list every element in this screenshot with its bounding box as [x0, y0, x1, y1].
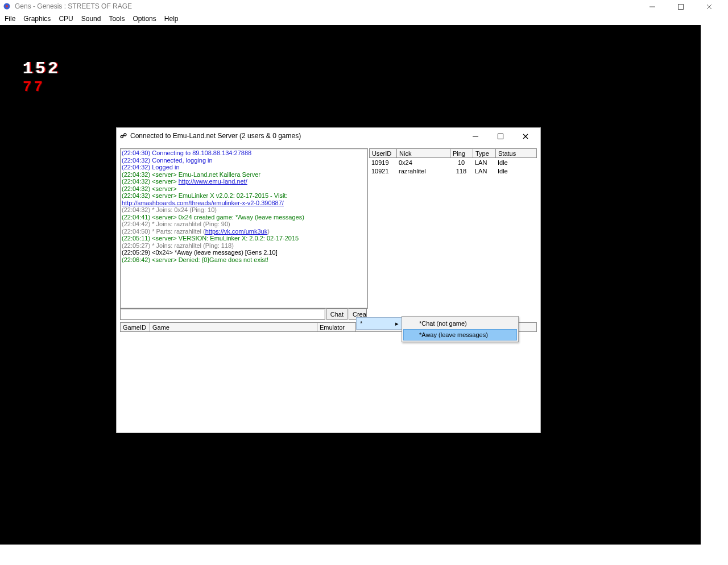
chevron-right-icon: ▸ [395, 320, 399, 327]
header-game[interactable]: Game [150, 322, 317, 332]
log-line: (22:06:42) <server> Denied: {0}Game does… [122, 256, 366, 264]
svg-point-1 [6, 5, 8, 7]
context-menu-item[interactable]: *Away (leave messages) [403, 329, 517, 340]
user-table: UserID Nick Ping Type Status 109190x2410… [369, 148, 537, 319]
log-line: (22:04:32) <server> Emu-Land.net Kailler… [122, 171, 366, 178]
user-row[interactable]: 109190x2410LANIdle [369, 158, 537, 167]
svg-rect-3 [679, 5, 684, 10]
hud-lives: 77 [23, 78, 60, 95]
menu-graphics[interactable]: Graphics [23, 15, 51, 23]
menubar: File Graphics CPU Sound Tools Options He… [0, 13, 728, 25]
app-icon [2, 2, 11, 11]
context-menu-root[interactable]: * ▸ [356, 317, 403, 330]
chat-button[interactable]: Chat [326, 309, 348, 320]
menu-cpu[interactable]: CPU [59, 15, 73, 23]
chat-input[interactable] [120, 309, 325, 320]
dialog-maximize-button[interactable] [488, 130, 513, 143]
menu-help[interactable]: Help [164, 15, 179, 23]
log-line: (22:04:32) Logged in [122, 164, 366, 171]
log-line: (22:04:50) * Parts: razrahlitel (https:/… [122, 228, 366, 235]
header-ping[interactable]: Ping [450, 148, 473, 158]
minimize-button[interactable] [644, 1, 661, 13]
log-line: (22:04:32) <server> EmuLinker X v2.0.2: … [122, 192, 366, 200]
svg-rect-7 [498, 134, 503, 139]
header-gameid[interactable]: GameID [120, 322, 150, 332]
close-button[interactable] [701, 1, 718, 13]
log-line: (22:04:41) <server> 0x24 created game: *… [122, 214, 366, 221]
log-line: (22:04:30) Connecting to 89.108.88.134:2… [122, 149, 366, 157]
log-line: (22:04:32) * Joins: 0x24 (Ping: 10) [122, 206, 366, 214]
dialog-close-button[interactable] [513, 130, 538, 143]
header-emulator[interactable]: Emulator [317, 322, 355, 332]
dialog-title: Connected to Emu-Land.net Server (2 user… [130, 132, 301, 140]
log-line: http://smashboards.com/threads/emulinker… [122, 200, 366, 207]
context-menu-root-label: * [360, 320, 362, 327]
kaillera-dialog: ☍ Connected to Emu-Land.net Server (2 us… [116, 127, 541, 433]
link-icon: ☍ [120, 132, 127, 140]
log-link[interactable]: http://www.emu-land.net/ [179, 178, 247, 185]
context-submenu: *Chat (not game)*Away (leave messages) [402, 316, 519, 342]
log-line: (22:04:32) <server> http://www.emu-land.… [122, 178, 366, 185]
window-titlebar: Gens - Genesis : STREETS OF RAGE [0, 0, 728, 13]
log-line: (22:05:27) * Joins: razrahlitel (Ping: 1… [122, 242, 366, 250]
menu-options[interactable]: Options [133, 15, 156, 23]
menu-file[interactable]: File [5, 15, 15, 23]
log-line: (22:04:32) <server> [122, 185, 366, 193]
menu-tools[interactable]: Tools [109, 15, 125, 23]
log-link[interactable]: https://vk.com/umk3uk [205, 228, 267, 235]
header-userid[interactable]: UserID [369, 148, 396, 158]
menu-sound[interactable]: Sound [81, 15, 101, 23]
log-line: (22:05:11) <server> VERSION: EmuLinker X… [122, 235, 366, 242]
header-nick[interactable]: Nick [396, 148, 450, 158]
maximize-button[interactable] [672, 1, 689, 13]
server-log: (22:04:30) Connecting to 89.108.88.134:2… [120, 148, 368, 309]
log-line: (22:05:29) <0x24> *Away (leave messages)… [122, 249, 366, 256]
dialog-minimize-button[interactable] [463, 130, 488, 143]
log-line: (22:04:42) * Joins: razrahlitel (Ping: 9… [122, 221, 366, 228]
header-status[interactable]: Status [495, 148, 524, 158]
hud: 152 77 [23, 59, 60, 95]
hud-score: 152 [23, 59, 60, 78]
log-line: (22:04:32) Connected, logging in [122, 157, 366, 164]
header-type[interactable]: Type [473, 148, 495, 158]
context-menu-item[interactable]: *Chat (not game) [403, 318, 517, 329]
window-title: Gens - Genesis : STREETS OF RAGE [15, 2, 132, 10]
header-spacer [524, 148, 537, 158]
user-row[interactable]: 10921razrahlitel118LANIdle [369, 167, 537, 175]
